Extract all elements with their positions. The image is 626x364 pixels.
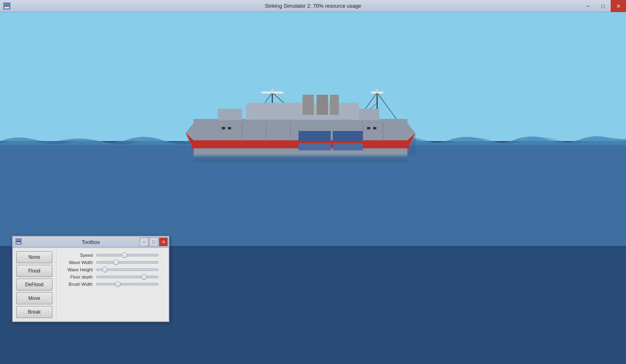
floor-depth-label: Floor depth [61, 275, 93, 279]
svg-rect-44 [194, 156, 407, 162]
svg-rect-16 [376, 89, 378, 92]
toolbox-maximize[interactable]: □ [149, 237, 158, 246]
tool-buttons-panel: None Flood DeFlood Move Break [16, 251, 56, 318]
svg-rect-22 [317, 95, 328, 115]
svg-rect-18 [218, 109, 242, 120]
svg-rect-3 [5, 4, 6, 7]
close-button[interactable]: ✕ [611, 0, 626, 12]
toolbox-icon [15, 238, 22, 246]
maximize-button[interactable]: □ [595, 0, 611, 12]
minimize-button[interactable]: − [580, 0, 595, 12]
svg-line-10 [377, 93, 399, 123]
svg-rect-15 [271, 89, 273, 92]
speed-slider[interactable] [96, 254, 159, 256]
svg-rect-4 [8, 4, 8, 7]
toolbox-window: Toolbox − □ ✕ None Flood DeFlood Move Br… [12, 236, 169, 322]
wave-height-slider[interactable] [96, 268, 159, 271]
svg-rect-34 [373, 127, 376, 129]
ship [186, 87, 415, 169]
svg-rect-32 [228, 127, 231, 129]
move-button[interactable]: Move [16, 292, 52, 304]
svg-rect-28 [333, 131, 363, 141]
deflood-button[interactable]: DeFlood [16, 279, 52, 291]
speed-label: Speed [61, 253, 93, 258]
speed-row: Speed [61, 253, 165, 258]
svg-rect-27 [298, 131, 331, 141]
floor-depth-slider[interactable] [96, 276, 159, 278]
svg-rect-21 [303, 95, 314, 115]
toolbox-minimize[interactable]: − [140, 237, 148, 246]
brush-width-label: Brush Width [61, 282, 93, 287]
brush-width-slider[interactable] [96, 283, 159, 285]
app-icon [3, 2, 10, 10]
svg-rect-2 [4, 6, 9, 7]
svg-rect-29 [298, 143, 331, 150]
toolbox-titlebar: Toolbox − □ ✕ [13, 237, 169, 248]
wave-width-label: Wave Width [61, 260, 93, 265]
window-title: Sinking Simulator 2: 70% resource usage [265, 3, 361, 9]
svg-rect-48 [17, 241, 21, 242]
svg-rect-33 [367, 127, 370, 129]
sliders-panel: Speed Wave Width Wave Height Floor depth… [56, 251, 165, 318]
break-button[interactable]: Break [16, 306, 52, 318]
svg-rect-30 [333, 143, 363, 150]
toolbox-close[interactable]: ✕ [159, 237, 168, 246]
wave-width-slider[interactable] [96, 261, 159, 264]
toolbox-title: Toolbox [82, 239, 100, 245]
svg-rect-31 [222, 127, 225, 129]
toolbox-body: None Flood DeFlood Move Break Speed Wave… [13, 248, 169, 321]
none-button[interactable]: None [16, 251, 52, 263]
brush-width-row: Brush Width [61, 282, 165, 287]
window-controls: − □ ✕ [580, 0, 626, 12]
title-bar: Sinking Simulator 2: 70% resource usage … [0, 0, 626, 12]
svg-rect-23 [330, 95, 339, 115]
floor-depth-row: Floor depth [61, 275, 165, 279]
flood-button[interactable]: Flood [16, 265, 52, 277]
toolbox-controls: − □ ✕ [139, 237, 168, 246]
wave-width-row: Wave Width [61, 260, 165, 265]
wave-height-row: Wave Height [61, 267, 165, 272]
ship-svg [186, 87, 415, 167]
wave-height-label: Wave Height [61, 267, 93, 272]
